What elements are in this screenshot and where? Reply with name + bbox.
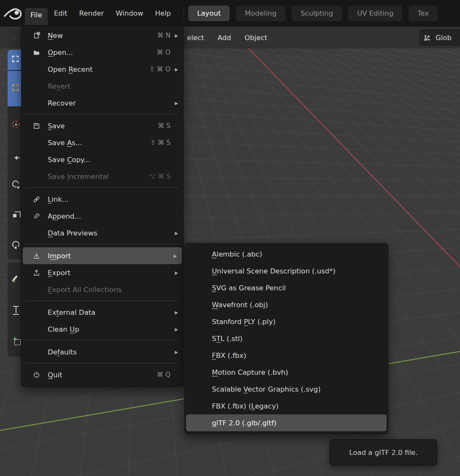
move-tool[interactable] (8, 143, 21, 170)
cursor-3d-tool-icon (12, 121, 21, 130)
menu-item-shortcut: ⌘ S (158, 122, 170, 130)
scale-tool-icon (12, 211, 21, 220)
workspace-tabs: LayoutModelingSculptingUV EditingTex (188, 0, 438, 27)
menu-item-shortcut: ⌘ Q (157, 371, 170, 379)
menu-item-external-data[interactable]: External Data▶ (22, 304, 183, 321)
menu-item-icon-empty (32, 348, 41, 356)
cursor-tool[interactable] (8, 71, 21, 106)
save-icon (32, 122, 41, 130)
menu-item-label: Save As... (48, 139, 82, 147)
rotate-tool-icon (12, 181, 21, 190)
menu-item-label: STL (.stl) (212, 335, 243, 343)
tooltip: Load a glTF 2.0 file. (330, 439, 437, 465)
menu-item-clean-up[interactable]: Clean Up▶ (22, 321, 183, 338)
menu-item-save-copy[interactable]: Save Copy... (22, 151, 183, 168)
topbar-separator (184, 7, 184, 20)
menu-item-icon-empty (32, 308, 41, 316)
scale-tool[interactable] (8, 200, 21, 230)
viewport-menu-add[interactable]: Add (211, 34, 238, 42)
menu-item-label: Revert (48, 82, 70, 90)
tab-uv-editing[interactable]: UV Editing (348, 5, 402, 21)
menu-item-export[interactable]: Export▶ (22, 264, 183, 281)
blender-logo[interactable] (3, 4, 24, 23)
add-cube-tool-icon: + (12, 336, 21, 346)
menu-item-quit[interactable]: Quit⌘ Q (22, 366, 183, 383)
tab-sculpting[interactable]: Sculpting (292, 5, 342, 21)
menu-item-icon-empty (32, 229, 41, 237)
link-icon (32, 195, 41, 203)
menu-item-wavefront-obj[interactable]: Wavefront (.obj) (185, 296, 388, 313)
menu-item-universal-scene-description-usd[interactable]: Universal Scene Description (.usd*) (185, 262, 388, 279)
menu-item-fbx-fbx-legacy[interactable]: FBX (.fbx) (Legacy) (185, 398, 388, 414)
import-submenu: Alembic (.abc)Universal Scene Descriptio… (184, 243, 388, 434)
menu-item-label: Open Recent (48, 65, 92, 73)
menu-item-icon-empty (32, 82, 41, 90)
select-box-tool[interactable] (8, 50, 21, 70)
menu-item-save-incremental[interactable]: Save Incremental⌥ ⌘ S (22, 168, 183, 185)
menu-item-export-all-collections[interactable]: Export All Collections (22, 281, 183, 298)
menu-item-label: Link... (48, 195, 69, 203)
export-icon (32, 268, 41, 277)
menu-item-open[interactable]: Open...⌘ O (22, 44, 183, 61)
menu-item-motion-capture-bvh[interactable]: Motion Capture (.bvh) (185, 364, 388, 381)
menu-item-defaults[interactable]: Defaults▶ (22, 343, 183, 360)
menu-file[interactable]: File (25, 8, 48, 25)
menu-item-fbx-fbx[interactable]: FBX (.fbx) (185, 347, 388, 364)
menu-item-data-previews[interactable]: Data Previews▶ (22, 224, 183, 241)
menu-item-svg-as-grease-pencil[interactable]: SVG as Grease Pencil (185, 279, 388, 296)
menu-item-label: Stanford PLY (.ply) (212, 318, 276, 326)
menu-item-shortcut: ⌘ O (157, 49, 170, 56)
menu-item-new[interactable]: New⌘ N▶ (22, 27, 183, 44)
tab-layout[interactable]: Layout (188, 5, 230, 21)
viewport-menu-elect[interactable]: elect (180, 34, 211, 42)
menu-separator (26, 300, 179, 301)
transform-tool[interactable] (8, 230, 21, 260)
transform-orientation-icon (423, 33, 432, 42)
add-cube-tool[interactable]: + (8, 324, 21, 357)
menu-help[interactable]: Help (149, 6, 176, 20)
submenu-arrow-icon: ▶ (170, 350, 178, 354)
topbar: FileEditRenderWindowHelp LayoutModelingS… (0, 0, 460, 27)
menu-item-shortcut: ⌥ ⌘ S (148, 173, 170, 180)
menu-item-link[interactable]: Link... (22, 191, 183, 208)
tab-tex[interactable]: Tex (409, 5, 438, 21)
menu-item-import[interactable]: Import▶ (23, 247, 182, 264)
annotate-tool[interactable] (8, 262, 21, 295)
measure-tool-icon (12, 305, 21, 314)
menu-item-icon-empty (32, 285, 41, 294)
menu-item-label: Save (48, 122, 65, 130)
cursor-tool-icon (12, 84, 21, 94)
menu-render[interactable]: Render (74, 6, 110, 20)
transform-tool-icon (12, 241, 21, 250)
submenu-arrow-icon: ▶ (170, 33, 178, 38)
menu-item-open-recent[interactable]: Open Recent⇧ ⌘ O▶ (22, 61, 183, 78)
menu-item-recover[interactable]: Recover▶ (22, 95, 183, 111)
menu-item-icon-empty (32, 325, 41, 333)
menu-item-append[interactable]: Append... (22, 208, 183, 224)
submenu-arrow-icon: ▶ (170, 270, 178, 275)
menu-item-revert[interactable]: Revert (22, 78, 183, 95)
menu-item-label: Export (48, 269, 70, 277)
menu-item-gltf-2-0-glb-gltf[interactable]: glTF 2.0 (.glb/.gltf) (186, 414, 387, 431)
rotate-tool[interactable] (8, 170, 21, 199)
transform-orientation-button[interactable]: Glob (419, 29, 460, 46)
menu-item-save[interactable]: Save⌘ S (22, 117, 183, 134)
tab-modeling[interactable]: Modeling (236, 5, 285, 21)
measure-tool[interactable] (8, 295, 21, 323)
menu-window[interactable]: Window (110, 6, 149, 20)
menu-item-shortcut: ⇧ ⌘ S (150, 139, 170, 146)
menu-item-label: FBX (.fbx) (Legacy) (212, 402, 279, 410)
submenu-arrow-icon: ▶ (170, 101, 178, 105)
cursor-3d-tool[interactable] (8, 107, 21, 142)
viewport-header-menus: electAddObject (180, 27, 274, 49)
menu-edit[interactable]: Edit (49, 6, 73, 20)
menu-item-alembic-abc[interactable]: Alembic (.abc) (185, 246, 388, 262)
menu-item-icon-empty (32, 155, 41, 164)
menu-item-label: New (48, 32, 63, 40)
menu-item-save-as[interactable]: Save As...⇧ ⌘ S (22, 134, 183, 151)
viewport-menu-object[interactable]: Object (238, 34, 274, 42)
menu-item-stanford-ply-ply[interactable]: Stanford PLY (.ply) (185, 313, 388, 330)
menu-item-label: glTF 2.0 (.glb/.gltf) (212, 419, 276, 427)
menu-item-stl-stl[interactable]: STL (.stl) (185, 330, 388, 347)
menu-item-scalable-vector-graphics-svg[interactable]: Scalable Vector Graphics (.svg) (185, 381, 388, 398)
